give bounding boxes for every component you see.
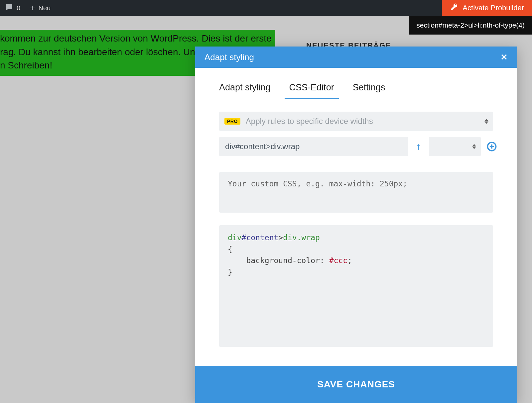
code-token: #ccc [329, 256, 347, 265]
activate-probuilder-button[interactable]: Activate Probuilder [442, 0, 532, 16]
modal-title: Adapt styling [204, 52, 254, 62]
admin-bar: 0 + Neu Activate Probuilder [0, 0, 532, 16]
comments-item[interactable]: 0 [5, 3, 20, 13]
selector-input[interactable] [219, 137, 408, 156]
highlight-line: kommen zur deutschen Version von WordPre… [0, 33, 272, 44]
tabs: Adapt styling CSS-Editor Settings [219, 78, 493, 99]
code-indent [228, 256, 246, 265]
plus-icon: + [30, 3, 35, 13]
pseudo-select[interactable] [429, 137, 481, 156]
save-label: SAVE CHANGES [317, 379, 395, 390]
close-icon[interactable]: ✕ [500, 52, 508, 62]
tab-css-editor[interactable]: CSS-Editor [289, 78, 334, 99]
adapt-styling-modal: Adapt styling ✕ Adapt styling CSS-Editor… [195, 47, 517, 403]
highlight-line: rag. Du kannst ihn bearbeiten oder lösch… [0, 47, 200, 57]
wrench-icon [450, 3, 458, 13]
code-token: { [228, 245, 232, 253]
modal-body: Adapt styling CSS-Editor Settings PRO Ap… [195, 68, 517, 366]
code-token: #content [242, 233, 279, 242]
selector-row: ↑ [219, 137, 493, 156]
admin-bar-left: 0 + Neu [0, 3, 51, 13]
activate-label: Activate Probuilder [463, 4, 524, 12]
code-token: .wrap [297, 233, 320, 242]
code-token: } [228, 268, 232, 276]
comment-count: 0 [17, 4, 20, 12]
custom-css-input[interactable] [219, 172, 493, 213]
new-label: Neu [38, 4, 51, 12]
new-item[interactable]: + Neu [30, 3, 51, 13]
tab-settings[interactable]: Settings [353, 78, 385, 99]
code-token: div [283, 233, 297, 242]
comment-icon [5, 3, 13, 13]
add-rule-icon[interactable] [487, 142, 497, 151]
device-width-select[interactable]: PRO Apply rules to specific device width… [219, 112, 493, 131]
highlight-line: n Schreiben! [0, 60, 52, 70]
code-token: ; [347, 256, 352, 265]
css-preview: div#content>div.wrap { background-color:… [219, 225, 493, 347]
chevron-updown-icon [484, 119, 488, 124]
save-changes-button[interactable]: SAVE CHANGES [195, 366, 517, 403]
arrow-up-icon[interactable]: ↑ [414, 141, 423, 152]
code-token: > [278, 233, 283, 242]
modal-header: Adapt styling ✕ [195, 47, 517, 68]
pro-badge: PRO [224, 118, 240, 125]
chevron-updown-icon [472, 144, 476, 149]
code-token: div [228, 233, 242, 242]
tab-adapt-styling[interactable]: Adapt styling [219, 78, 271, 99]
device-width-placeholder: Apply rules to specific device widths [246, 117, 373, 126]
code-token: background-color: [246, 256, 329, 265]
